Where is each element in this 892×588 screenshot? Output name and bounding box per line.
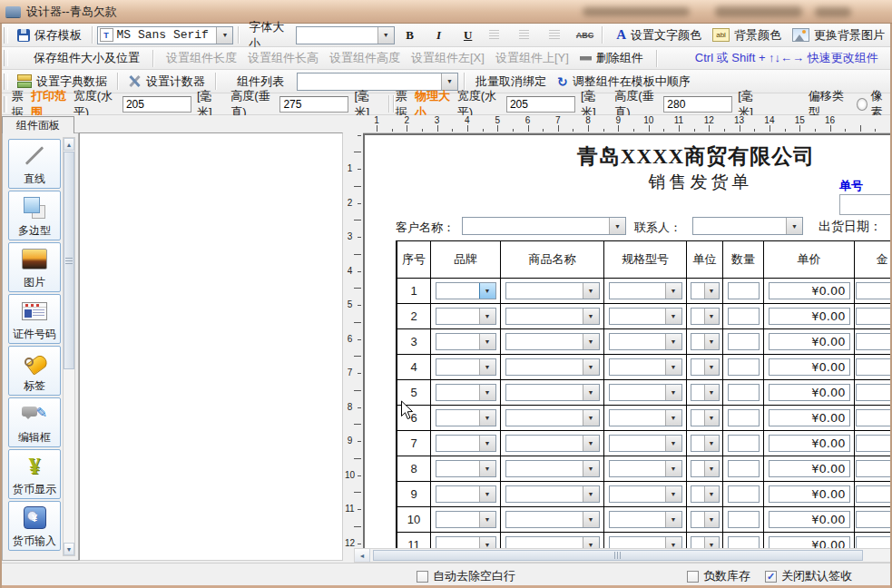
product-combo[interactable]: ▼ bbox=[505, 536, 600, 548]
chevron-down-icon[interactable]: ▼ bbox=[665, 486, 681, 502]
chevron-down-icon[interactable]: ▼ bbox=[704, 283, 719, 299]
tool-currency-input-button[interactable]: ¥ 货币输入 bbox=[8, 501, 61, 551]
chevron-down-icon[interactable]: ▼ bbox=[704, 410, 719, 426]
chevron-down-icon[interactable]: ▼ bbox=[583, 385, 599, 400]
scroll-left-icon[interactable]: ◄ bbox=[355, 549, 370, 562]
brand-combo[interactable]: ▼ bbox=[436, 333, 496, 350]
unit-price-input[interactable]: ¥0.00 bbox=[769, 435, 850, 452]
close-default-sign-checkbox[interactable] bbox=[765, 571, 777, 583]
unit-price-input[interactable]: ¥0.00 bbox=[769, 333, 850, 350]
tool-panel-scrollbar[interactable]: ▲ ▼ bbox=[63, 137, 75, 556]
chevron-down-icon[interactable]: ▼ bbox=[665, 537, 681, 548]
tool-tag-button[interactable]: 标签 bbox=[8, 346, 61, 396]
print-width-input[interactable] bbox=[123, 96, 191, 113]
toolbar-grip[interactable] bbox=[4, 74, 8, 90]
chevron-down-icon[interactable]: ▼ bbox=[665, 385, 681, 400]
brand-combo[interactable]: ▼ bbox=[436, 485, 496, 503]
qty-input[interactable] bbox=[728, 282, 760, 299]
form-title[interactable]: 销售发货单 bbox=[501, 171, 892, 194]
scroll-down-icon[interactable]: ▼ bbox=[64, 543, 74, 555]
chevron-down-icon[interactable]: ▼ bbox=[479, 436, 495, 451]
spec-combo[interactable]: ▼ bbox=[609, 282, 682, 299]
save-size-position-button[interactable]: 保存组件大小及位置 bbox=[28, 48, 145, 68]
chevron-down-icon[interactable]: ▼ bbox=[377, 27, 394, 44]
amount-input[interactable] bbox=[856, 485, 892, 503]
amount-input[interactable] bbox=[856, 409, 892, 426]
unit-price-input[interactable]: ¥0.00 bbox=[769, 409, 850, 426]
chevron-down-icon[interactable]: ▼ bbox=[479, 309, 495, 324]
brand-combo[interactable]: ▼ bbox=[436, 308, 496, 325]
chevron-down-icon[interactable]: ▼ bbox=[704, 436, 719, 451]
brand-combo[interactable]: ▼ bbox=[436, 460, 496, 477]
chevron-down-icon[interactable]: ▼ bbox=[609, 218, 625, 234]
strikethrough-button[interactable]: ABC bbox=[576, 31, 594, 40]
amount-input[interactable] bbox=[856, 384, 892, 401]
scrollbar-thumb[interactable] bbox=[373, 550, 863, 561]
scrollbar-thumb[interactable] bbox=[64, 152, 74, 369]
amount-input[interactable] bbox=[856, 308, 892, 325]
tool-polygon-button[interactable]: 多边型 bbox=[8, 191, 61, 240]
order-no-label[interactable]: 单号 bbox=[839, 178, 863, 194]
set-height-button[interactable]: 设置组件高度 bbox=[324, 48, 406, 68]
chevron-down-icon[interactable]: ▼ bbox=[786, 218, 802, 234]
product-combo[interactable]: ▼ bbox=[505, 511, 600, 528]
save-template-button[interactable]: 保存模板 bbox=[12, 25, 87, 45]
chevron-down-icon[interactable]: ▼ bbox=[583, 512, 599, 527]
spec-combo[interactable]: ▼ bbox=[609, 485, 682, 503]
set-left-button[interactable]: 设置组件左[X] bbox=[406, 48, 490, 68]
product-combo[interactable]: ▼ bbox=[505, 435, 600, 452]
align-center-icon[interactable] bbox=[519, 30, 529, 40]
amount-input[interactable] bbox=[856, 536, 892, 548]
unit-price-input[interactable]: ¥0.00 bbox=[769, 308, 850, 325]
unit-combo[interactable]: ▼ bbox=[691, 536, 720, 548]
amount-input[interactable] bbox=[856, 358, 892, 376]
chevron-down-icon[interactable]: ▼ bbox=[583, 461, 599, 476]
chevron-down-icon[interactable]: ▼ bbox=[665, 334, 681, 349]
brand-combo[interactable]: ▼ bbox=[436, 358, 496, 376]
unit-combo[interactable]: ▼ bbox=[691, 358, 720, 376]
set-top-button[interactable]: 设置组件上[Y] bbox=[490, 48, 574, 68]
qty-input[interactable] bbox=[728, 358, 760, 376]
unit-price-input[interactable]: ¥0.00 bbox=[769, 358, 850, 376]
delete-component-button[interactable]: 删除组件 bbox=[574, 48, 649, 68]
chevron-down-icon[interactable]: ▼ bbox=[665, 283, 681, 299]
product-combo[interactable]: ▼ bbox=[505, 308, 600, 325]
auto-remove-blank-checkbox[interactable] bbox=[417, 571, 428, 583]
chevron-down-icon[interactable]: ▼ bbox=[583, 334, 599, 349]
chevron-down-icon[interactable]: ▼ bbox=[704, 309, 719, 324]
spec-combo[interactable]: ▼ bbox=[609, 409, 682, 426]
background-color-button[interactable]: abl 背景颜色 bbox=[707, 25, 787, 45]
chevron-down-icon[interactable]: ▼ bbox=[583, 436, 599, 451]
chevron-down-icon[interactable]: ▼ bbox=[665, 410, 681, 426]
italic-button[interactable]: I bbox=[433, 28, 446, 43]
print-height-input[interactable] bbox=[279, 96, 348, 113]
chevron-down-icon[interactable]: ▼ bbox=[479, 385, 495, 400]
font-family-combo[interactable]: T MS Sans Serif ▼ bbox=[97, 26, 234, 44]
unit-price-input[interactable]: ¥0.00 bbox=[769, 536, 850, 548]
unit-price-input[interactable]: ¥0.00 bbox=[769, 460, 850, 477]
tab-component-panel[interactable]: 组件面板 bbox=[2, 116, 74, 133]
chevron-down-icon[interactable]: ▼ bbox=[665, 309, 681, 324]
product-combo[interactable]: ▼ bbox=[505, 282, 600, 299]
set-text-color-button[interactable]: A 设置文字颜色 bbox=[611, 25, 707, 45]
blank-template-canvas[interactable] bbox=[79, 132, 343, 561]
chevron-down-icon[interactable]: ▼ bbox=[583, 410, 599, 426]
product-combo[interactable]: ▼ bbox=[505, 333, 600, 350]
amount-input[interactable] bbox=[856, 460, 892, 477]
spec-combo[interactable]: ▼ bbox=[609, 435, 682, 452]
chevron-down-icon[interactable]: ▼ bbox=[704, 537, 719, 548]
align-right-icon[interactable] bbox=[549, 30, 559, 40]
qty-input[interactable] bbox=[728, 460, 760, 477]
qty-input[interactable] bbox=[728, 511, 760, 528]
tool-line-button[interactable]: 直线 bbox=[8, 139, 61, 189]
unit-price-input[interactable]: ¥0.00 bbox=[769, 511, 850, 528]
unit-combo[interactable]: ▼ bbox=[691, 485, 720, 503]
change-background-image-button[interactable]: 更换背景图片 bbox=[787, 25, 890, 45]
brand-combo[interactable]: ▼ bbox=[436, 536, 496, 548]
toolbar-grip[interactable] bbox=[4, 96, 7, 113]
negative-stock-checkbox[interactable] bbox=[687, 571, 699, 583]
chevron-down-icon[interactable]: ▼ bbox=[479, 359, 495, 375]
chevron-down-icon[interactable]: ▼ bbox=[704, 385, 719, 400]
chevron-down-icon[interactable]: ▼ bbox=[583, 283, 599, 299]
chevron-down-icon[interactable]: ▼ bbox=[704, 512, 719, 527]
